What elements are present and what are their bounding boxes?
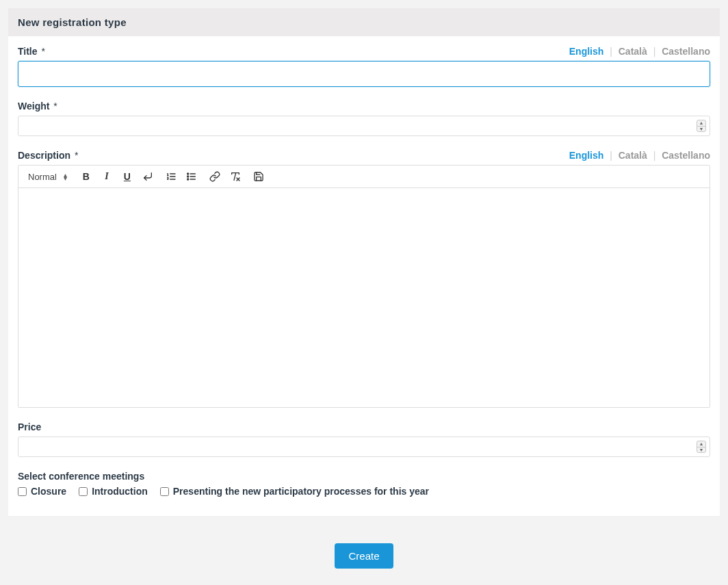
panel-title: New registration type [8, 8, 720, 36]
create-button[interactable]: Create [335, 543, 393, 569]
meeting-option-closure: Closure [18, 486, 66, 497]
description-editor-body[interactable] [18, 188, 710, 407]
meeting-label-introduction[interactable]: Introduction [92, 486, 148, 497]
return-icon[interactable] [141, 170, 155, 183]
description-field: Description * English | Català | Castell… [18, 150, 710, 408]
lang-tab-english[interactable]: English [569, 150, 604, 161]
link-icon[interactable] [208, 170, 222, 183]
stepper-down-icon[interactable]: ▼ [697, 127, 705, 132]
price-input[interactable] [18, 437, 710, 457]
lang-tab-catala[interactable]: Català [619, 46, 647, 57]
meeting-option-introduction: Introduction [79, 486, 148, 497]
save-icon[interactable] [252, 170, 265, 183]
unordered-list-icon[interactable] [185, 170, 198, 183]
svg-point-6 [187, 173, 189, 174]
stepper-down-icon[interactable]: ▼ [697, 447, 705, 453]
price-field: Price ▲ ▼ [18, 421, 710, 457]
editor-toolbar: Normal ▴▾ B I U [18, 166, 710, 188]
stepper-up-icon[interactable]: ▲ [697, 441, 705, 447]
meeting-checkbox-introduction[interactable] [79, 487, 88, 496]
weight-label: Weight * [18, 101, 57, 112]
form-actions: Create [8, 516, 720, 575]
italic-icon[interactable]: I [100, 170, 114, 183]
svg-line-9 [234, 173, 236, 181]
weight-input[interactable] [18, 116, 710, 136]
format-select[interactable]: Normal ▴▾ [25, 170, 70, 183]
bold-icon[interactable]: B [79, 170, 93, 183]
title-input[interactable] [18, 61, 710, 87]
clear-format-icon[interactable] [229, 170, 242, 183]
price-label: Price [18, 421, 41, 432]
lang-tab-castellano[interactable]: Castellano [662, 150, 710, 161]
description-language-tabs: English | Català | Castellano [569, 150, 710, 161]
weight-field: Weight * ▲ ▼ [18, 101, 710, 136]
meeting-checkbox-closure[interactable] [18, 487, 27, 496]
meetings-field: Select conference meetings Closure Intro… [18, 471, 710, 497]
ordered-list-icon[interactable] [164, 170, 178, 183]
title-label: Title * [18, 46, 45, 57]
panel-body: Title * English | Català | Castellano We… [8, 36, 720, 516]
description-label: Description * [18, 150, 78, 161]
weight-stepper[interactable]: ▲ ▼ [697, 120, 706, 132]
lang-tab-castellano[interactable]: Castellano [662, 46, 710, 57]
meeting-label-closure[interactable]: Closure [31, 486, 66, 497]
meetings-label: Select conference meetings [18, 471, 710, 482]
meeting-option-presenting: Presenting the new participatory process… [160, 486, 429, 497]
lang-tab-catala[interactable]: Català [619, 150, 647, 161]
title-language-tabs: English | Català | Castellano [569, 46, 710, 57]
lang-tab-english[interactable]: English [569, 46, 604, 57]
underline-icon[interactable]: U [120, 170, 134, 183]
chevron-updown-icon: ▴▾ [64, 173, 67, 180]
registration-type-panel: New registration type Title * English | … [8, 8, 720, 516]
svg-point-7 [187, 176, 189, 177]
meeting-label-presenting[interactable]: Presenting the new participatory process… [173, 486, 429, 497]
meeting-checkbox-presenting[interactable] [160, 487, 169, 496]
rich-text-editor: Normal ▴▾ B I U [18, 165, 710, 408]
title-field: Title * English | Català | Castellano [18, 46, 710, 87]
stepper-up-icon[interactable]: ▲ [697, 120, 705, 127]
svg-point-8 [187, 179, 189, 180]
price-stepper[interactable]: ▲ ▼ [697, 441, 706, 453]
